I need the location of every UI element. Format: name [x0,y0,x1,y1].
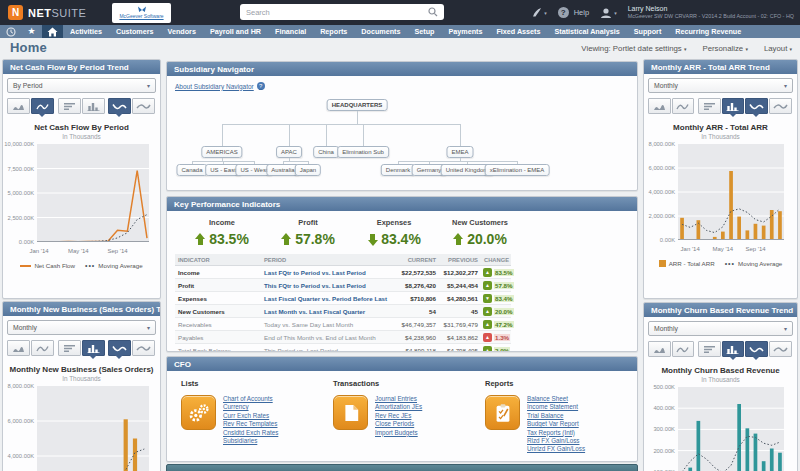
nav-item-support[interactable]: Support [627,27,669,36]
trend-graph-alt-icon[interactable] [132,98,155,114]
kpi-period-link[interactable]: This FQtr to Period vs. Last Period [261,282,393,289]
org-node-americas[interactable]: AMERICAS [201,146,242,158]
line-chart-type-icon[interactable] [31,340,54,356]
bar-chart-type-icon[interactable] [722,341,745,357]
trend-graph-icon[interactable] [745,341,768,357]
line-chart-type-icon[interactable] [672,98,695,114]
cfo-link[interactable]: Rev Rec Templates [223,420,278,428]
search-icon[interactable] [428,7,438,17]
period-filter-select[interactable]: Monthly▾ [648,321,793,336]
kpi-period-link[interactable]: This Period vs. Last Period [261,347,393,353]
org-node-apac[interactable]: APAC [276,146,302,158]
list-view-icon[interactable] [698,341,721,357]
recent-history-icon[interactable] [0,25,21,38]
org-node-headquarters[interactable]: HEADQUARTERS [327,99,388,111]
cfo-link[interactable]: Balance Sheet [527,395,585,403]
portlet-header[interactable]: Key Performance Indicators [167,197,637,211]
cfo-link[interactable]: Unrlzd FX Gain/Loss [527,445,585,453]
nav-item-statistical-analysis[interactable]: Statistical Analysis [548,27,627,36]
viewing-dropdown[interactable]: Viewing: Portlet date settings ▾ [581,44,686,53]
area-chart-type-icon[interactable] [7,340,30,356]
nav-item-recurring-revenue[interactable]: Recurring Revenue [668,27,748,36]
line-chart-type-icon[interactable] [31,98,54,114]
cfo-link[interactable]: Currency [223,403,278,411]
trend-graph-icon[interactable] [108,98,131,114]
kpi-period-link[interactable]: Last Fiscal Quarter vs. Period Before La… [261,295,393,302]
org-node-elimination-sub[interactable]: Elimination Sub [337,146,389,158]
org-node-xelimination-emea[interactable]: xElimination - EMEA [485,164,550,176]
list-view-icon[interactable] [58,340,81,356]
up-arrow-icon [281,233,292,246]
trend-graph-alt-icon[interactable] [769,98,792,114]
cfo-link[interactable]: Income Statement [527,403,585,411]
bar-chart-type-icon[interactable] [722,98,745,114]
kpi-period-link[interactable]: Today vs. Same Day Last Month [261,321,393,328]
cfo-link[interactable]: Rlzd FX Gain/Loss [527,437,585,445]
nav-item-activities[interactable]: Activities [63,27,109,36]
cfo-link[interactable]: Cnsldtd Exch Rates [223,429,278,437]
cfo-link[interactable]: Trial Balance [527,412,585,420]
cfo-link[interactable]: Subsidiaries [223,437,278,445]
nav-item-fixed-assets[interactable]: Fixed Assets [489,27,547,36]
org-node-japan[interactable]: Japan [295,164,321,176]
nav-item-financial[interactable]: Financial [268,27,313,36]
cfo-link[interactable]: Tax Reports (Intl) [527,429,585,437]
cfo-link[interactable]: Budget Var Report [527,420,585,428]
partner-logo[interactable]: McGeever Software [112,3,170,23]
home-tab[interactable] [42,25,63,38]
nav-item-documents[interactable]: Documents [354,27,407,36]
org-node-denmark[interactable]: Denmark [381,164,415,176]
period-filter-select[interactable]: Monthly▾ [7,320,156,335]
search-input[interactable]: Search [240,4,444,20]
area-chart-type-icon[interactable] [648,341,671,357]
portlet-header[interactable]: Monthly ARR - Total ARR Trend [644,60,797,74]
create-new-button[interactable]: ▾ [531,7,547,18]
favorites-star-icon[interactable]: ★ [21,25,42,38]
list-view-icon[interactable] [698,98,721,114]
nav-item-payments[interactable]: Payments [441,27,489,36]
portlet-header[interactable]: Subsidiary Navigator [167,62,637,76]
portlet-header[interactable]: Net Cash Flow By Period Trend [3,60,160,74]
area-chart-type-icon[interactable] [648,98,671,114]
cfo-link[interactable]: Journal Entries [375,395,422,403]
cfo-link[interactable]: Curr Exch Rates [223,412,278,420]
kpi-period-link[interactable]: End of This Month vs. End of Last Month [261,334,393,341]
org-node-china[interactable]: China [313,146,339,158]
list-view-icon[interactable] [58,98,81,114]
cfo-link[interactable]: Close Periods [375,420,422,428]
bar-chart-type-icon[interactable] [82,98,105,114]
personalize-dropdown[interactable]: Personalize ▾ [702,44,747,53]
trend-graph-icon[interactable] [108,340,131,356]
org-node-canada[interactable]: Canada [176,164,207,176]
user-menu-button[interactable]: ▾ [600,7,617,19]
nav-item-reports[interactable]: Reports [313,27,354,36]
cfo-link[interactable]: Import Budgets [375,429,422,437]
netsuite-logo-icon[interactable]: N [8,5,23,20]
trend-graph-icon[interactable] [745,98,768,114]
nav-item-vendors[interactable]: Vendors [161,27,203,36]
nav-item-setup[interactable]: Setup [407,27,441,36]
portlet-header[interactable]: Monthly New Business (Sales Orders) Tren… [3,302,160,316]
portlet-header[interactable]: CFO [167,357,637,371]
trend-graph-alt-icon[interactable] [769,341,792,357]
caret-down-icon: ▾ [784,82,787,89]
about-subsidiary-link[interactable]: About Subsidiary Navigator? [175,82,265,90]
nav-item-payroll-and-hr[interactable]: Payroll and HR [203,27,268,36]
partial-portlet-header[interactable] [166,464,638,471]
kpi-period-link[interactable]: Last Month vs. Last Fiscal Quarter [261,308,393,315]
bar-chart-type-icon[interactable] [82,340,105,356]
period-filter-select[interactable]: Monthly▾ [648,78,793,93]
nav-item-customers[interactable]: Customers [109,27,161,36]
cfo-link[interactable]: Amortization JEs [375,403,422,411]
line-chart-type-icon[interactable] [672,341,695,357]
help-button[interactable]: ? Help [558,7,589,18]
portlet-header[interactable]: Monthly Churn Based Revenue Trend [644,303,797,317]
cfo-link[interactable]: Rev Rec JEs [375,412,422,420]
cfo-link[interactable]: Chart of Accounts [223,395,278,403]
area-chart-type-icon[interactable] [7,98,30,114]
period-filter-select[interactable]: By Period▾ [7,78,156,93]
layout-dropdown[interactable]: Layout ▾ [764,44,792,53]
kpi-period-link[interactable]: Last FQtr to Period vs. Last Period [261,269,393,276]
trend-graph-alt-icon[interactable] [132,340,155,356]
org-node-emea[interactable]: EMEA [446,146,473,158]
